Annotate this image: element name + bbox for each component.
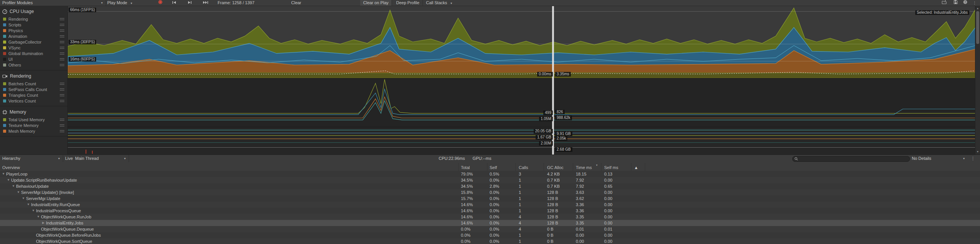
drag-handle-icon[interactable] — [60, 100, 64, 103]
column-header-self[interactable]: Self — [490, 165, 497, 170]
memory-chart[interactable] — [68, 127, 975, 155]
drag-handle-icon[interactable] — [60, 119, 64, 122]
call-stacks-dropdown[interactable]: Call Stacks ▾ — [423, 0, 455, 6]
table-row[interactable]: ▼IndustrialEntity.RunQueue14.6%0.0%1128 … — [0, 202, 980, 208]
table-row[interactable]: ▼IndustrialProcessQueue14.6%0.0%1128 B3.… — [0, 208, 980, 214]
legend-item[interactable]: Batches Count — [0, 81, 67, 86]
details-dropdown[interactable]: No Details ▾ — [912, 155, 967, 162]
warnings-column-icon[interactable]: ▲ — [634, 165, 638, 170]
foldout-open-icon[interactable]: ▼ — [7, 177, 10, 183]
module-title[interactable]: Memory — [0, 108, 67, 117]
column-separator[interactable] — [573, 163, 573, 171]
column-header-total[interactable]: Total — [461, 165, 470, 170]
clear-button[interactable]: Clear — [288, 0, 304, 6]
search-field[interactable] — [792, 156, 910, 162]
legend-item[interactable]: Triangles Count — [0, 92, 67, 98]
drag-handle-icon[interactable] — [60, 18, 64, 21]
foldout-open-icon[interactable]: ▼ — [2, 171, 5, 177]
drag-handle-icon[interactable] — [60, 29, 64, 33]
module-title[interactable]: CPUCPU Usage — [0, 7, 67, 16]
record-button[interactable] — [156, 0, 165, 6]
load-profile-button[interactable] — [939, 0, 949, 6]
table-row[interactable]: ▼Update.ScriptRunBehaviourUpdate34.5%0.0… — [0, 177, 980, 183]
column-header-gc-alloc[interactable]: GC Alloc — [547, 165, 564, 170]
deep-profile-toggle[interactable]: Deep Profile — [393, 0, 423, 6]
help-button[interactable]: ? — [961, 0, 969, 6]
drag-handle-icon[interactable] — [60, 64, 64, 67]
search-input[interactable] — [800, 156, 905, 161]
column-separator[interactable] — [487, 163, 487, 171]
foldout-open-icon[interactable]: ▼ — [26, 202, 30, 208]
column-separator[interactable] — [515, 163, 516, 171]
legend-item[interactable]: VSync — [0, 45, 67, 50]
rendering-chart[interactable] — [68, 78, 975, 127]
column-header-overview[interactable]: Overview — [2, 165, 20, 170]
scroll-down-icon[interactable]: ▼ — [975, 150, 980, 154]
thread-dropdown[interactable]: Main Thread ▾ — [75, 155, 129, 162]
legend-item[interactable]: Scripts — [0, 22, 67, 28]
drag-handle-icon[interactable] — [60, 124, 64, 127]
table-row[interactable]: ObjectWorkQueue.Dequeue0.0%0.0%40 B0.010… — [0, 226, 980, 232]
drag-handle-icon[interactable] — [60, 94, 64, 97]
drag-handle-icon[interactable] — [60, 24, 64, 27]
drag-handle-icon[interactable] — [60, 52, 64, 55]
table-row[interactable]: ▼ServerMgr.Update() [Invoke]15.8%0.0%112… — [0, 189, 980, 195]
legend-item[interactable]: Physics — [0, 28, 67, 33]
column-separator[interactable] — [458, 163, 459, 171]
next-frame-button[interactable] — [184, 0, 195, 6]
drag-handle-icon[interactable] — [60, 35, 64, 38]
drag-handle-icon[interactable] — [60, 58, 64, 61]
play-mode-dropdown[interactable]: Play Mode ▾ — [107, 0, 132, 6]
drag-handle-icon[interactable] — [60, 41, 64, 44]
drag-handle-icon[interactable] — [60, 83, 64, 86]
current-frame-button[interactable] — [199, 0, 212, 6]
pane-kebab-menu-button[interactable]: ⋮ — [971, 155, 975, 162]
profiler-modules-dropdown[interactable]: Profiler Modules ▾ — [0, 0, 106, 6]
live-toggle[interactable]: Live — [63, 155, 75, 162]
cpu-usage-chart[interactable] — [68, 6, 975, 78]
column-separator[interactable] — [645, 163, 645, 171]
clear-on-play-toggle[interactable]: Clear on Play — [360, 0, 392, 6]
legend-item[interactable]: Global Illumination — [0, 50, 67, 56]
charts-scrollbar[interactable]: ▲ ▼ — [975, 6, 980, 155]
table-row[interactable]: ▼ServerMgr.Update15.7%0.0%1128 B3.620.00 — [0, 195, 980, 202]
drag-handle-icon[interactable] — [60, 130, 64, 133]
foldout-open-icon[interactable]: ▼ — [21, 195, 25, 202]
column-separator[interactable] — [601, 163, 601, 171]
legend-item[interactable]: GarbageCollector — [0, 39, 67, 45]
foldout-open-icon[interactable]: ▼ — [36, 214, 40, 220]
legend-item[interactable]: Mesh Memory — [0, 128, 67, 134]
foldout-closed-icon[interactable]: ▶ — [41, 220, 45, 226]
table-row[interactable]: ObjectWorkQueue.BeforeRunJobs0.0%0.0%10 … — [0, 232, 980, 238]
foldout-open-icon[interactable]: ▼ — [31, 208, 35, 214]
legend-item[interactable]: Others — [0, 62, 67, 68]
column-header-self-ms[interactable]: Self ms — [604, 165, 618, 170]
column-header-time-ms[interactable]: Time ms — [576, 165, 592, 170]
kebab-menu-button[interactable]: ⋮ — [971, 0, 978, 6]
drag-handle-icon[interactable] — [60, 47, 64, 50]
legend-item[interactable]: UI — [0, 56, 67, 62]
legend-item[interactable]: Animation — [0, 33, 67, 39]
module-title[interactable]: Rendering — [0, 72, 67, 81]
column-header-calls[interactable]: Calls — [519, 165, 528, 170]
view-mode-dropdown[interactable]: Hierarchy ▾ — [0, 155, 63, 162]
column-separator[interactable] — [631, 163, 631, 171]
legend-item[interactable]: SetPass Calls Count — [0, 86, 67, 92]
foldout-open-icon[interactable]: ▼ — [11, 183, 15, 189]
legend-item[interactable]: Total Used Memory — [0, 117, 67, 122]
table-row[interactable]: ▼ObjectWorkQueue.RunJob14.6%0.0%4128 B3.… — [0, 214, 980, 220]
table-row[interactable]: ObjectWorkQueue.SortQueue0.0%0.0%10 B0.0… — [0, 238, 980, 244]
column-separator[interactable] — [544, 163, 544, 171]
scrollbar-thumb[interactable] — [976, 11, 979, 44]
table-row[interactable]: ▼BehaviourUpdate34.5%2.8%10.7 KB7.920.65 — [0, 183, 980, 189]
legend-item[interactable]: Vertices Count — [0, 98, 67, 104]
table-row[interactable]: ▼PlayerLoop79.0%0.5%34.2 KB18.150.13 — [0, 171, 980, 177]
save-profile-button[interactable] — [951, 0, 960, 6]
first-frame-button[interactable] — [169, 0, 180, 6]
legend-item[interactable]: Rendering — [0, 16, 67, 22]
foldout-open-icon[interactable]: ▼ — [16, 189, 20, 195]
scroll-up-icon[interactable]: ▲ — [975, 6, 980, 11]
legend-item[interactable]: Texture Memory — [0, 122, 67, 128]
table-row[interactable]: ▶IndustrialEntity.Jobs14.6%0.0%4128 B3.3… — [0, 220, 980, 226]
drag-handle-icon[interactable] — [60, 88, 64, 91]
